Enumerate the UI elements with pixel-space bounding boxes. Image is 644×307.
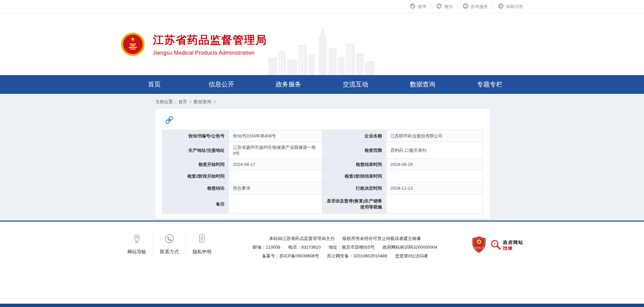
table-row: 检查开始时间 2024-08-17 检查结束时间 2024-08-19 bbox=[163, 159, 483, 170]
national-emblem-logo bbox=[121, 32, 145, 56]
weibo-link[interactable]: 微博 bbox=[410, 3, 426, 10]
error-report-magnifier-icon: ! bbox=[490, 239, 501, 252]
error-badge-title: 政府网站 bbox=[503, 240, 523, 245]
bottom-blue-strip bbox=[0, 304, 644, 307]
smart-qa-link[interactable]: 智能问答 bbox=[498, 3, 523, 10]
document-icon bbox=[197, 234, 207, 249]
breadcrumb: 当前位置：首页>数据查询> bbox=[155, 94, 490, 109]
site-title: 江苏省药品监督管理局 bbox=[153, 33, 267, 48]
site-subtitle: Jiangsu Medical Products Administration bbox=[153, 50, 267, 56]
smart-qa-label: 智能问答 bbox=[506, 4, 523, 10]
gov-site-error-report-badge[interactable]: ! 政府网站 找错 bbox=[490, 239, 523, 252]
field-label: 行政决定时间 bbox=[322, 182, 386, 194]
gov-agency-shield-badge[interactable]: 党政机关 bbox=[472, 236, 486, 254]
field-value: 2024-08-19 bbox=[386, 159, 482, 170]
table-row: 检查结论 符合要求 行政决定时间 2024-12-13 bbox=[163, 182, 483, 194]
table-row: 生产地址/注册地址 江苏省扬州市扬州生物健康产业园健康一路9号 检查范围 原料药… bbox=[163, 142, 483, 159]
main-navigation: 首页 信息公开 政务服务 交流互动 数据查询 专题专栏 bbox=[0, 75, 644, 94]
field-value: 原料药,口服溶液剂 bbox=[386, 142, 482, 159]
svg-text:!: ! bbox=[494, 242, 495, 246]
divider bbox=[458, 4, 458, 9]
field-label: 生产地址/注册地址 bbox=[163, 142, 229, 159]
top-utility-bar: 微博 微信 咨询服务 智能问答 bbox=[0, 0, 644, 13]
footer-quick-links: 网站导航 联系方式 bbox=[121, 234, 218, 255]
page: 微博 微信 咨询服务 智能问答 bbox=[0, 0, 644, 307]
footer-info-text: 本站由江苏省药品监督管理局主办 版权所有未经许可禁止转载或者建立镜像 邮编：21… bbox=[218, 234, 472, 260]
skyline-watermark bbox=[268, 25, 376, 75]
breadcrumb-separator: > bbox=[189, 99, 192, 104]
breadcrumb-home-link[interactable]: 首页 bbox=[178, 99, 187, 104]
field-value bbox=[386, 194, 482, 214]
consult-service-label: 咨询服务 bbox=[471, 4, 488, 10]
footer-visitor-counter: 您是第0位访问者 bbox=[395, 253, 428, 258]
field-label: 检查结论 bbox=[163, 182, 229, 194]
field-value bbox=[386, 170, 482, 182]
field-label: 检查2阶段开始时间 bbox=[163, 170, 229, 182]
field-value: 2024-08-17 bbox=[229, 159, 322, 170]
footer-phone: 电话：83273610 bbox=[288, 245, 321, 250]
nav-item-interaction[interactable]: 交流互动 bbox=[322, 75, 389, 94]
field-label: 检查结束时间 bbox=[322, 159, 386, 170]
wechat-icon bbox=[436, 3, 442, 10]
phone-icon bbox=[164, 234, 174, 249]
main-content-area: 当前位置：首页>数据查询> bbox=[0, 94, 644, 221]
link-chain-icon bbox=[164, 115, 483, 126]
divider bbox=[493, 4, 493, 9]
table-row: 告知书编号/公告号 告知书2024年第408号 企业名称 江苏联环药业股份有限公… bbox=[163, 130, 483, 142]
field-value: 告知书2024年第408号 bbox=[229, 130, 322, 142]
field-value bbox=[229, 170, 322, 182]
weibo-label: 微博 bbox=[418, 4, 426, 10]
footer-contact-label: 联系方式 bbox=[160, 249, 179, 255]
consult-service-icon bbox=[463, 3, 469, 10]
field-value: 江苏省扬州市扬州生物健康产业园健康一路9号 bbox=[229, 142, 322, 159]
footer-privacy-link[interactable]: 隐私申明 bbox=[186, 234, 218, 255]
field-value: 符合要求 bbox=[229, 182, 322, 194]
weibo-icon bbox=[410, 3, 416, 10]
footer-line-2: 邮编：210008 电话：83273610 地址：南京市鼓楼街5号 政府网站标识… bbox=[218, 243, 472, 252]
footer-line-3: 备案号：苏ICP备09039606号 苏公网安备：32010602010488 … bbox=[218, 252, 472, 260]
footer-postcode: 邮编：210008 bbox=[253, 245, 280, 250]
field-label: 备注 bbox=[163, 194, 229, 214]
breadcrumb-separator: > bbox=[213, 99, 216, 104]
smart-qa-icon bbox=[498, 3, 504, 10]
field-label: 检查开始时间 bbox=[163, 159, 229, 170]
field-value: 江苏联环药业股份有限公司 bbox=[386, 130, 482, 142]
site-footer: 网站导航 联系方式 bbox=[0, 221, 644, 304]
wechat-label: 微信 bbox=[444, 4, 453, 10]
field-label: 检查范围 bbox=[322, 142, 386, 159]
footer-privacy-label: 隐私申明 bbox=[193, 249, 211, 255]
field-label: 是否涉及暂停(恢复)生产销售使用等措施 bbox=[322, 194, 386, 214]
map-pin-icon bbox=[132, 234, 142, 249]
error-badge-subtitle: 找错 bbox=[503, 245, 523, 251]
footer-police-number: 苏公网安备：32010602010488 bbox=[327, 253, 387, 258]
table-row: 检查2阶段开始时间 检查2阶段结束时间 bbox=[163, 170, 483, 182]
gov-agency-shield-label: 党政机关 bbox=[474, 246, 484, 249]
footer-line-1: 本站由江苏省药品监督管理局主办 版权所有未经许可禁止转载或者建立镜像 bbox=[218, 234, 472, 243]
footer-badges: 党政机关 ! 政府网站 找错 bbox=[472, 234, 523, 254]
footer-copyright-text: 版权所有未经许可禁止转载或者建立镜像 bbox=[342, 236, 421, 241]
field-value bbox=[229, 194, 322, 214]
footer-address: 地址：南京市鼓楼街5号 bbox=[329, 245, 375, 250]
divider bbox=[431, 4, 431, 9]
breadcrumb-data-query-link[interactable]: 数据查询 bbox=[194, 99, 211, 104]
footer-icp-number: 备案号：苏ICP备09039606号 bbox=[262, 253, 319, 258]
field-label: 企业名称 bbox=[322, 130, 386, 142]
field-label: 检查2阶段结束时间 bbox=[322, 170, 386, 182]
nav-item-info-disclosure[interactable]: 信息公开 bbox=[188, 75, 255, 94]
footer-contact-link[interactable]: 联系方式 bbox=[153, 234, 185, 255]
nav-item-home[interactable]: 首页 bbox=[121, 75, 188, 94]
nav-item-special-topics[interactable]: 专题专栏 bbox=[456, 75, 523, 94]
breadcrumb-prefix: 当前位置： bbox=[155, 99, 177, 104]
footer-site-map-link[interactable]: 网站导航 bbox=[121, 234, 153, 255]
field-label: 告知书编号/公告号 bbox=[163, 130, 229, 142]
footer-site-id-code: 政府网站标识码3200000004 bbox=[383, 245, 437, 250]
footer-site-map-label: 网站导航 bbox=[127, 249, 146, 255]
consult-service-link[interactable]: 咨询服务 bbox=[463, 3, 488, 10]
field-value: 2024-12-13 bbox=[386, 182, 482, 194]
site-header: 江苏省药品监督管理局 Jiangsu Medical Products Admi… bbox=[0, 13, 644, 75]
nav-item-gov-services[interactable]: 政务服务 bbox=[255, 75, 322, 94]
detail-card: 告知书编号/公告号 告知书2024年第408号 企业名称 江苏联环药业股份有限公… bbox=[155, 109, 490, 219]
nav-item-data-query[interactable]: 数据查询 bbox=[389, 75, 456, 94]
wechat-link[interactable]: 微信 bbox=[436, 3, 453, 10]
inspection-detail-table: 告知书编号/公告号 告知书2024年第408号 企业名称 江苏联环药业股份有限公… bbox=[162, 130, 483, 214]
